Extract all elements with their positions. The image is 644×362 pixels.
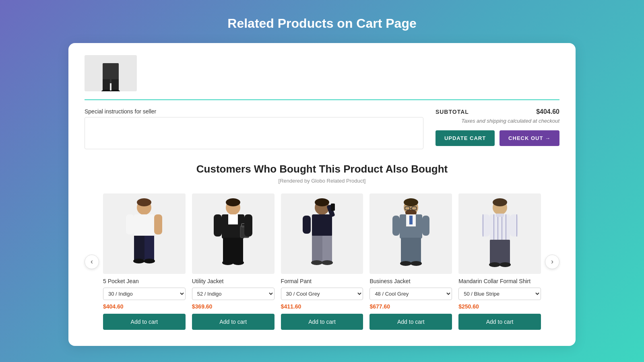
svg-rect-21 [228, 214, 238, 224]
products-grid: 5 Pocket Jean30 / Indigo32 / Indigo34 / … [103, 193, 541, 330]
svg-rect-64 [496, 214, 504, 217]
svg-point-26 [233, 260, 244, 265]
related-title: Customers Who Bought This Product Also B… [85, 163, 559, 175]
add-to-cart-button[interactable]: Add to cart [458, 314, 541, 330]
svg-point-25 [222, 260, 233, 265]
related-products-section: Customers Who Bought This Product Also B… [85, 163, 559, 330]
product-price: $250.60 [458, 303, 541, 310]
related-subtitle: [Rendered by Globo Related Product] [85, 178, 559, 184]
cart-bottom: Special instructions for seller SUBTOTAL… [85, 108, 559, 151]
product-name: Utility Jacket [192, 278, 275, 284]
product-card: Formal Pant30 / Cool Grey32 / Cool Grey3… [281, 193, 363, 330]
main-card: Special instructions for seller SUBTOTAL… [68, 43, 576, 346]
svg-point-36 [311, 260, 322, 265]
svg-point-19 [226, 198, 240, 206]
svg-rect-12 [144, 236, 154, 260]
svg-rect-51 [401, 238, 421, 263]
svg-point-37 [322, 260, 333, 265]
instructions-textarea[interactable] [85, 117, 423, 149]
svg-point-53 [411, 261, 422, 266]
svg-rect-15 [126, 214, 134, 234]
add-to-cart-button[interactable]: Add to cart [369, 314, 452, 330]
product-variant-select[interactable]: 48 / Cool Grey50 / Cool Grey46 / Cool Gr… [369, 288, 452, 300]
product-image [192, 193, 275, 274]
svg-rect-9 [134, 214, 154, 237]
product-name: Formal Pant [281, 278, 363, 284]
svg-rect-40 [303, 216, 311, 234]
product-price: $404.60 [103, 303, 186, 310]
cart-product-row [85, 55, 559, 100]
svg-rect-65 [490, 240, 510, 264]
svg-rect-54 [392, 216, 400, 236]
svg-rect-3 [111, 79, 119, 91]
instructions-area: Special instructions for seller [85, 108, 423, 151]
svg-point-8 [137, 198, 151, 206]
svg-rect-32 [312, 214, 332, 237]
product-variant-select[interactable]: 30 / Cool Grey32 / Cool Grey34 / Cool Gr… [281, 288, 363, 300]
svg-rect-59 [490, 214, 510, 241]
product-variant-select[interactable]: 50 / Blue Stripe48 / Blue Stripe52 / Blu… [458, 288, 541, 300]
carousel-next-button[interactable]: › [545, 255, 559, 269]
svg-rect-28 [244, 214, 252, 237]
svg-rect-39 [331, 204, 335, 211]
cart-summary: SUBTOTAL $404.60 Taxes and shipping calc… [436, 108, 559, 146]
subtotal-row: SUBTOTAL $404.60 [436, 108, 559, 115]
svg-point-67 [500, 262, 511, 267]
instructions-label: Special instructions for seller [85, 108, 423, 115]
svg-rect-16 [154, 214, 162, 234]
product-image [281, 193, 363, 274]
carousel-prev-button[interactable]: ‹ [85, 255, 99, 269]
svg-rect-35 [322, 236, 332, 262]
tax-note: Taxes and shipping calculated at checkou… [436, 118, 559, 124]
cart-buttons: UPDATE CART CHECK OUT → [436, 130, 559, 146]
product-price: $677.60 [369, 303, 452, 310]
add-to-cart-button[interactable]: Add to cart [192, 314, 275, 330]
svg-rect-22 [223, 238, 243, 262]
svg-point-58 [493, 198, 507, 206]
svg-point-66 [489, 262, 500, 267]
product-card: Business Jacket48 / Cool Grey50 / Cool G… [369, 193, 452, 330]
svg-point-31 [315, 198, 329, 206]
svg-rect-34 [312, 236, 322, 262]
svg-point-44 [404, 198, 418, 206]
product-name: Business Jacket [369, 278, 452, 284]
product-card: Mandarin Collar Formal Shirt50 / Blue St… [458, 193, 541, 330]
product-price: $369.60 [192, 303, 275, 310]
svg-rect-11 [134, 236, 144, 260]
add-to-cart-button[interactable]: Add to cart [281, 314, 363, 330]
carousel-wrapper: ‹ 5 Pocket Jean30 / Indigo32 / Indigo34 … [85, 193, 559, 330]
update-cart-button[interactable]: UPDATE CART [436, 130, 495, 146]
svg-point-14 [144, 259, 155, 263]
subtotal-value: $404.60 [536, 108, 559, 115]
page-title: Related Products on Cart Page [227, 16, 416, 31]
product-variant-select[interactable]: 52 / Indigo50 / Indigo48 / Indigo [192, 288, 275, 300]
svg-rect-50 [409, 216, 413, 224]
svg-point-52 [400, 261, 411, 266]
product-card: 5 Pocket Jean30 / Indigo32 / Indigo34 / … [103, 193, 186, 330]
product-variant-select[interactable]: 30 / Indigo32 / Indigo34 / Indigo [103, 288, 186, 300]
add-to-cart-button[interactable]: Add to cart [103, 314, 186, 330]
product-image [103, 193, 186, 274]
checkout-button[interactable]: CHECK OUT → [500, 130, 559, 146]
product-name: 5 Pocket Jean [103, 278, 186, 284]
svg-rect-27 [214, 214, 222, 237]
product-name: Mandarin Collar Formal Shirt [458, 278, 541, 284]
product-image [458, 193, 541, 274]
product-image [369, 193, 452, 274]
svg-rect-55 [422, 216, 429, 236]
svg-point-13 [133, 259, 144, 263]
product-price: $411.60 [281, 303, 363, 310]
svg-rect-2 [103, 79, 110, 91]
cart-product-image [85, 55, 137, 91]
subtotal-label: SUBTOTAL [436, 109, 469, 115]
product-card: Utility Jacket52 / Indigo50 / Indigo48 /… [192, 193, 275, 330]
